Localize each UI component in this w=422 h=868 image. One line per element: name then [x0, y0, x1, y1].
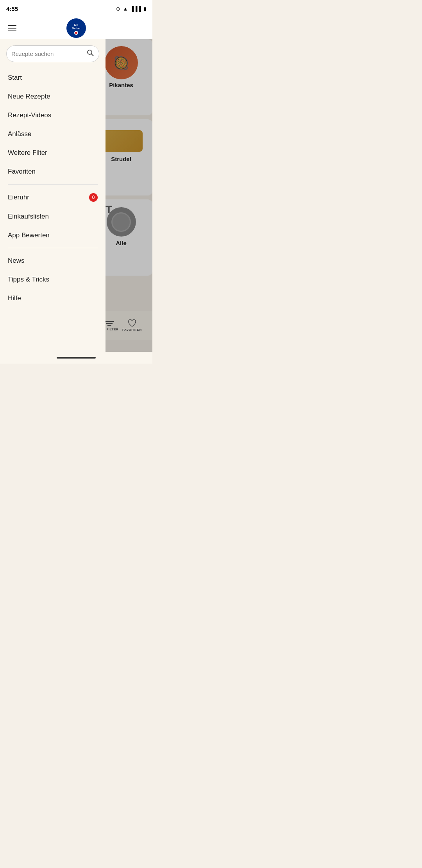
favoriten-bottom-item[interactable]: FAVORITEN — [122, 319, 142, 332]
nav-group-1: Start Neue Rezepte Rezept-Videos Anlässe… — [0, 68, 106, 181]
strudel-label: Strudel — [106, 156, 152, 162]
filter-label: HR FILTER — [106, 328, 118, 331]
nav-group-2: Eieruhr 0 Einkaufslisten App Bewerten — [0, 188, 106, 245]
nav-item-tipps-tricks[interactable]: Tipps & Tricks — [0, 270, 106, 289]
status-bar: 4:55 ⊙ ▲ ▐▐▐ ▮ — [0, 0, 152, 17]
food-card-alle: Alle — [106, 199, 152, 276]
heart-icon — [128, 319, 136, 327]
bottom-bar-items: HR FILTER FAVORITEN — [106, 319, 142, 332]
search-button[interactable] — [86, 49, 94, 59]
nav-item-einkaufslisten[interactable]: Einkaufslisten — [0, 207, 106, 226]
nav-group-3: News Tipps & Tricks Hilfe — [0, 251, 106, 308]
filter-icon — [106, 320, 114, 327]
alle-label: Alle — [106, 240, 152, 246]
search-icon — [86, 49, 94, 57]
status-icons: ⊙ ▲ ▐▐▐ ▮ — [116, 6, 146, 12]
nav-item-app-bewerten[interactable]: App Bewerten — [0, 226, 106, 245]
main-layout: Start Neue Rezepte Rezept-Videos Anlässe… — [0, 39, 152, 352]
navigation-drawer: Start Neue Rezepte Rezept-Videos Anlässe… — [0, 39, 106, 352]
pikantes-image: 🥘 — [106, 46, 138, 79]
header: Dr. Oetker — [0, 17, 152, 39]
nav-item-start[interactable]: Start — [0, 68, 106, 87]
menu-line-3 — [8, 30, 16, 31]
svg-text:Oetker: Oetker — [72, 27, 80, 30]
signal-icon: ▐▐▐ — [130, 6, 141, 12]
home-indicator-bar — [0, 352, 152, 364]
pikantes-label: Pikantes — [106, 82, 152, 88]
svg-point-4 — [75, 32, 77, 34]
logo: Dr. Oetker — [66, 18, 86, 38]
status-time: 4:55 — [6, 5, 18, 12]
food-card-strudel: Strudel — [106, 119, 152, 195]
face-id-icon: ⊙ — [116, 6, 120, 12]
divider-2 — [8, 248, 98, 248]
partial-text: T — [106, 203, 112, 216]
menu-button[interactable] — [6, 23, 18, 33]
dr-oetker-logo-svg: Dr. Oetker — [67, 19, 86, 38]
logo-circle: Dr. Oetker — [66, 18, 86, 38]
nav-item-rezept-videos[interactable]: Rezept-Videos — [0, 106, 106, 125]
nav-item-anlaesse[interactable]: Anlässe — [0, 125, 106, 143]
svg-line-6 — [91, 54, 94, 56]
nav-item-weitere-filter[interactable]: Weitere Filter — [0, 143, 106, 162]
svg-text:Dr.: Dr. — [74, 23, 79, 27]
nav-item-eieruhr[interactable]: Eieruhr 0 — [0, 188, 106, 207]
menu-line-1 — [8, 25, 16, 26]
search-input[interactable] — [11, 50, 86, 57]
bottom-bar-partial: HR FILTER FAVORITEN — [106, 311, 152, 340]
nav-item-news[interactable]: News — [0, 251, 106, 270]
nav-item-favoriten[interactable]: Favoriten — [0, 162, 106, 181]
divider-1 — [8, 184, 98, 185]
strudel-image — [106, 130, 143, 152]
eieruhr-badge: 0 — [89, 193, 98, 202]
filter-bottom-item[interactable]: HR FILTER — [106, 320, 118, 331]
right-content: 🥘 Pikantes Strudel Alle T — [106, 39, 152, 352]
battery-icon: ▮ — [143, 6, 146, 12]
nav-item-hilfe[interactable]: Hilfe — [0, 289, 106, 308]
search-box[interactable] — [6, 45, 99, 62]
menu-line-2 — [8, 28, 16, 29]
wifi-icon: ▲ — [123, 6, 128, 12]
favoriten-label: FAVORITEN — [122, 328, 142, 332]
nav-item-neue-rezepte[interactable]: Neue Rezepte — [0, 87, 106, 106]
home-bar — [57, 357, 96, 359]
food-card-pikantes: 🥘 Pikantes — [106, 39, 152, 115]
